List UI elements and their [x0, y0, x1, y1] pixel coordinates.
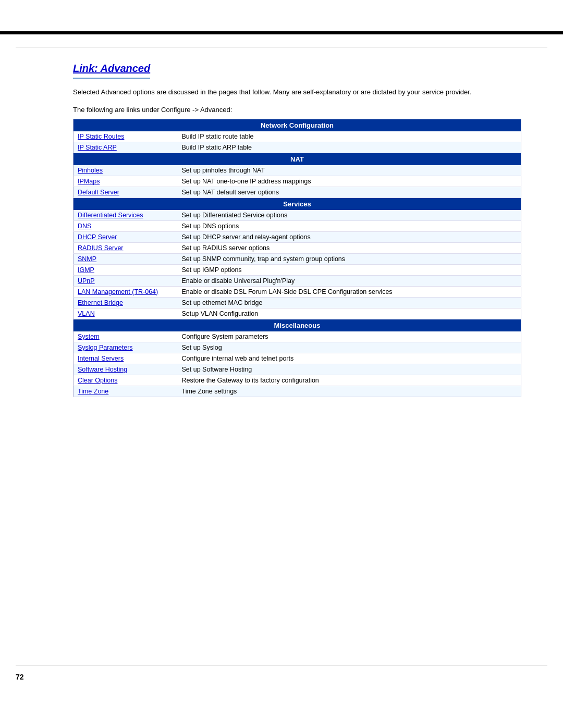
link-cell: LAN Management (TR-064): [74, 286, 178, 297]
link-cell: IP Static ARP: [74, 142, 178, 153]
table-row: Time ZoneTime Zone settings: [74, 386, 521, 397]
nav-link[interactable]: DNS: [78, 223, 91, 230]
table-row: IP Static RoutesBuild IP static route ta…: [74, 131, 521, 142]
section-header-row: NAT: [74, 153, 521, 165]
nav-link[interactable]: Time Zone: [78, 388, 108, 395]
table-row: Internal ServersConfigure internal web a…: [74, 353, 521, 364]
description-cell: Build IP static ARP table: [178, 142, 521, 153]
nav-link[interactable]: RADIUS Server: [78, 244, 124, 252]
link-cell: VLAN: [74, 308, 178, 319]
link-cell: IPMaps: [74, 176, 178, 187]
nav-link[interactable]: Clear Options: [78, 377, 117, 384]
table-row: IPMapsSet up NAT one-to-one IP address m…: [74, 176, 521, 187]
table-row: DNSSet up DNS options: [74, 220, 521, 231]
description-cell: Set up Differentiated Service options: [178, 210, 521, 221]
description-cell: Set up Software Hosting: [178, 364, 521, 375]
description-cell: Enable or disable DSL Forum LAN-Side DSL…: [178, 286, 521, 297]
nav-link[interactable]: System: [78, 333, 100, 340]
link-cell: SNMP: [74, 253, 178, 264]
nav-link[interactable]: Pinholes: [78, 167, 103, 174]
link-cell: Ethernet Bridge: [74, 297, 178, 308]
page-number: 72: [16, 673, 24, 681]
description-cell: Set up Syslog: [178, 342, 521, 353]
table-row: LAN Management (TR-064)Enable or disable…: [74, 286, 521, 297]
description-cell: Restore the Gateway to its factory confi…: [178, 375, 521, 386]
description-cell: Set up ethernet MAC bridge: [178, 297, 521, 308]
top-line: [16, 47, 547, 47]
table-row: Differentiated ServicesSet up Differenti…: [74, 210, 521, 221]
section-header-row: Miscellaneous: [74, 319, 521, 331]
description-cell: Set up NAT default server options: [178, 187, 521, 198]
description-cell: Set up IGMP options: [178, 264, 521, 275]
section-header-row: Network Configuration: [74, 119, 521, 131]
nav-link[interactable]: DHCP Server: [78, 233, 117, 241]
link-cell: Internal Servers: [74, 353, 178, 364]
config-table: Network ConfigurationIP Static RoutesBui…: [73, 119, 521, 397]
link-cell: IGMP: [74, 264, 178, 275]
link-cell: UPnP: [74, 275, 178, 286]
description-cell: Set up DHCP server and relay-agent optio…: [178, 231, 521, 242]
description-cell: Set up pinholes through NAT: [178, 165, 521, 176]
description-cell: Set up SNMP community, trap and system g…: [178, 253, 521, 264]
following-text: The following are links under Configure …: [73, 106, 521, 114]
table-row: Software HostingSet up Software Hosting: [74, 364, 521, 375]
top-border: [0, 31, 563, 34]
table-row: DHCP ServerSet up DHCP server and relay-…: [74, 231, 521, 242]
link-cell: Syslog Parameters: [74, 342, 178, 353]
table-row: UPnPEnable or disable Universal Plug'n'P…: [74, 275, 521, 286]
description-cell: Time Zone settings: [178, 386, 521, 397]
link-cell: Time Zone: [74, 386, 178, 397]
description-cell: Set up RADIUS server options: [178, 242, 521, 253]
intro-paragraph: Selected Advanced options are discussed …: [73, 87, 521, 97]
table-row: Clear OptionsRestore the Gateway to its …: [74, 375, 521, 386]
nav-link[interactable]: IP Static ARP: [78, 144, 117, 151]
table-row: SystemConfigure System parameters: [74, 331, 521, 342]
table-row: Syslog ParametersSet up Syslog: [74, 342, 521, 353]
nav-link[interactable]: VLAN: [78, 310, 95, 317]
description-cell: Build IP static route table: [178, 131, 521, 142]
page-title: Link: Advanced: [73, 63, 150, 79]
link-cell: Differentiated Services: [74, 210, 178, 221]
nav-link[interactable]: IPMaps: [78, 178, 100, 185]
nav-link[interactable]: Internal Servers: [78, 355, 124, 362]
table-row: SNMPSet up SNMP community, trap and syst…: [74, 253, 521, 264]
description-cell: Enable or disable Universal Plug'n'Play: [178, 275, 521, 286]
table-row: Default ServerSet up NAT default server …: [74, 187, 521, 198]
nav-link[interactable]: LAN Management (TR-064): [78, 288, 158, 295]
table-row: IP Static ARPBuild IP static ARP table: [74, 142, 521, 153]
table-row: IGMPSet up IGMP options: [74, 264, 521, 275]
description-cell: Configure internal web and telnet ports: [178, 353, 521, 364]
title-main: Advanced: [101, 63, 151, 74]
bottom-border: [16, 665, 547, 665]
link-cell: Default Server: [74, 187, 178, 198]
nav-link[interactable]: Default Server: [78, 189, 119, 196]
nav-link[interactable]: Ethernet Bridge: [78, 299, 123, 306]
link-cell: Software Hosting: [74, 364, 178, 375]
table-row: Ethernet BridgeSet up ethernet MAC bridg…: [74, 297, 521, 308]
section-header-row: Services: [74, 198, 521, 210]
link-cell: Pinholes: [74, 165, 178, 176]
nav-link[interactable]: Differentiated Services: [78, 212, 143, 219]
link-cell: RADIUS Server: [74, 242, 178, 253]
link-cell: Clear Options: [74, 375, 178, 386]
nav-link[interactable]: Software Hosting: [78, 366, 127, 373]
title-prefix: Link:: [73, 63, 101, 74]
description-cell: Configure System parameters: [178, 331, 521, 342]
description-cell: Setup VLAN Configuration: [178, 308, 521, 319]
nav-link[interactable]: IGMP: [78, 266, 94, 274]
table-row: RADIUS ServerSet up RADIUS server option…: [74, 242, 521, 253]
link-cell: IP Static Routes: [74, 131, 178, 142]
description-cell: Set up NAT one-to-one IP address mapping…: [178, 176, 521, 187]
table-row: VLANSetup VLAN Configuration: [74, 308, 521, 319]
nav-link[interactable]: UPnP: [78, 277, 95, 285]
link-cell: DHCP Server: [74, 231, 178, 242]
description-cell: Set up DNS options: [178, 220, 521, 231]
main-content: Link: Advanced Selected Advanced options…: [73, 63, 521, 397]
table-row: PinholesSet up pinholes through NAT: [74, 165, 521, 176]
link-cell: DNS: [74, 220, 178, 231]
nav-link[interactable]: SNMP: [78, 255, 96, 263]
link-cell: System: [74, 331, 178, 342]
nav-link[interactable]: IP Static Routes: [78, 133, 124, 140]
nav-link[interactable]: Syslog Parameters: [78, 344, 133, 351]
